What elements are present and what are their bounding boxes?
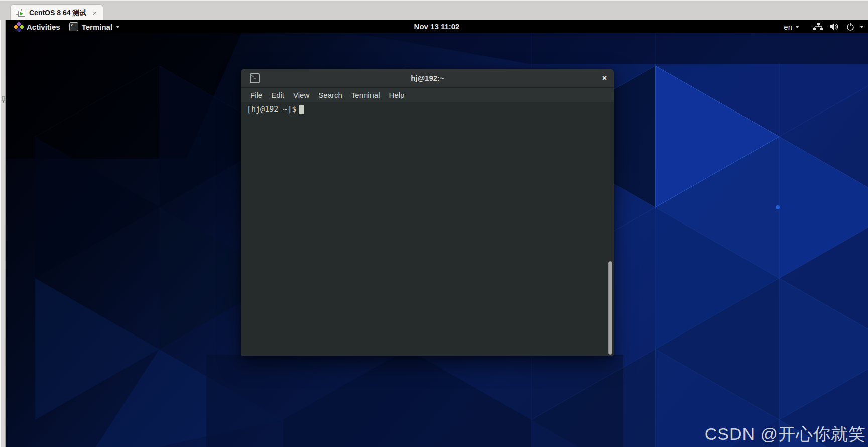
watermark: CSDN @开心你就笑 [705, 423, 866, 446]
clock[interactable]: Nov 13 11:02 [6, 20, 868, 33]
vmware-tab-bar: CentOS 8 64 测试 × [0, 0, 868, 20]
menu-view[interactable]: View [289, 88, 314, 102]
chevron-down-icon [795, 26, 799, 28]
terminal-content[interactable]: [hj@192 ~]$ [241, 102, 614, 355]
gnome-top-bar: Activities >_ Terminal Nov 13 11:02 en [6, 20, 868, 33]
vmware-vm-tab[interactable]: CentOS 8 64 测试 × [10, 4, 103, 21]
vmware-side-strip [0, 20, 6, 447]
terminal-window-icon: >_ [250, 73, 260, 83]
screen: CentOS 8 64 测试 × Activities >_ Terminal … [0, 0, 868, 447]
vm-tab-title: CentOS 8 64 测试 [29, 9, 86, 18]
terminal-menubar: File Edit View Search Terminal Help [241, 88, 614, 102]
power-icon[interactable] [846, 23, 855, 31]
chevron-down-icon [860, 26, 864, 28]
terminal-titlebar[interactable]: >_ hj@192:~ × [241, 69, 614, 88]
menu-search[interactable]: Search [314, 88, 347, 102]
network-wired-icon[interactable] [813, 23, 823, 31]
menu-help[interactable]: Help [385, 88, 409, 102]
scrollbar-thumb[interactable] [608, 261, 612, 355]
menu-terminal[interactable]: Terminal [347, 88, 385, 102]
menu-file[interactable]: File [245, 88, 267, 102]
shell-prompt: [hj@192 ~]$ [246, 104, 296, 115]
close-icon[interactable]: × [602, 69, 607, 88]
system-status-area[interactable]: en [784, 20, 868, 33]
terminal-cursor [299, 105, 304, 114]
menu-edit[interactable]: Edit [267, 88, 289, 102]
pin-icon[interactable] [1, 96, 6, 103]
desktop: >_ hj@192:~ × File Edit View Search Term… [6, 33, 868, 447]
vm-tab-close-icon[interactable]: × [92, 9, 97, 17]
terminal-title: hj@192:~ [411, 74, 444, 82]
terminal-window: >_ hj@192:~ × File Edit View Search Term… [241, 69, 614, 356]
volume-icon[interactable] [830, 23, 840, 31]
vm-tab-icon [16, 9, 26, 17]
keyboard-layout-indicator[interactable]: en [784, 23, 792, 31]
